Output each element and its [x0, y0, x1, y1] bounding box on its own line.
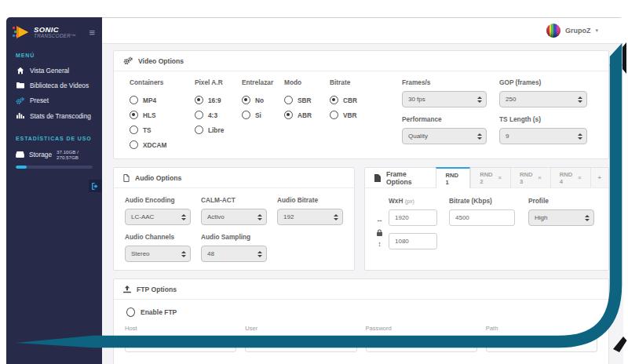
radio-abr[interactable]: ABR [284, 107, 330, 122]
width-input[interactable] [389, 209, 437, 226]
radio-option-label: ABR [298, 111, 312, 119]
select-value: 30 fps [408, 96, 425, 103]
radio-ts[interactable]: TS [130, 122, 195, 137]
profile-select[interactable]: High [528, 209, 594, 226]
select-audio-bitrate[interactable]: 192 [277, 209, 343, 225]
tab-rnd-1[interactable]: RND 1 [436, 167, 470, 188]
field-performance: PerformanceQuality [402, 115, 487, 144]
radio-4-3[interactable]: 4:3 [195, 107, 242, 122]
select-audio-encoding[interactable]: LC-AAC [125, 209, 191, 225]
radio-circle [130, 96, 138, 104]
enable-ftp-radio[interactable]: Enable FTP [126, 308, 597, 317]
radio-option-label: HLS [143, 111, 156, 119]
radio-circle [130, 111, 138, 119]
field-label: Path [486, 325, 597, 332]
video-options-body: ContainersMP4HLSTSXDCAMPixel A.R16:94:3L… [114, 71, 608, 158]
sidebar-item-biblioteca-de-videos[interactable]: Biblioteca de Videos [6, 78, 102, 93]
radio-hls[interactable]: HLS [130, 107, 195, 122]
select-audio-channels[interactable]: Stereo [125, 246, 191, 262]
radio-group-bitrate: BitrateCBRVBR [330, 78, 378, 152]
radio-group-label: Bitrate [330, 78, 378, 86]
stepper-arrows-icon [181, 251, 186, 257]
wxh-column: WxH (px) [389, 197, 437, 252]
stepper-arrows-icon [477, 133, 482, 140]
radio-option-label: CBR [343, 96, 357, 104]
tab-label: RND 4 [560, 171, 574, 185]
tab-rnd-3[interactable]: RND 3× [510, 168, 550, 187]
file-icon [374, 174, 381, 182]
wxh-unit: (px) [405, 198, 414, 204]
radio-16-9[interactable]: 16:9 [195, 93, 242, 107]
brand-name: SONIC TRANSCODER™ [34, 26, 76, 39]
select-audio-sampling[interactable]: 48 [201, 246, 267, 262]
radio-group-label: Containers [130, 78, 195, 86]
radio-no[interactable]: No [242, 93, 284, 107]
home-icon [16, 67, 24, 75]
enable-ftp-label: Enable FTP [141, 308, 177, 316]
radio-sbr[interactable]: SBR [284, 93, 330, 107]
storage-value: 37.10GB / 270.57GB [57, 149, 93, 160]
ftp-fields: HostUserPasswordPath [125, 325, 597, 352]
radio-circle [195, 126, 203, 134]
radio-vbr[interactable]: VBR [330, 107, 378, 122]
frame-options-card: Frame Options RND 1RND 2×RND 3×RND 4×+ ↔… [364, 167, 609, 271]
frame-options-header: Frame Options RND 1RND 2×RND 3×RND 4×+ [365, 168, 608, 188]
document-icon [123, 174, 130, 182]
select-label: Audio Bitrate [277, 196, 343, 204]
stepper-arrows-icon [477, 96, 482, 103]
radio-group-containers: ContainersMP4HLSTSXDCAM [130, 78, 195, 152]
storage-label: Storage [29, 151, 52, 158]
sidebar-item-stats-de-transcoding[interactable]: Stats de Transcoding [6, 108, 102, 123]
video-selects: Frames/s30 fpsGOP (frames)250Performance… [402, 78, 587, 152]
select-performance[interactable]: Quality [402, 128, 487, 144]
content-area: Video Options ContainersMP4HLSTSXDCAMPix… [102, 44, 623, 364]
input-host[interactable] [125, 336, 236, 352]
select-label: GOP (frames) [499, 78, 587, 86]
radio-circle [195, 96, 203, 104]
video-radio-groups: ContainersMP4HLSTSXDCAMPixel A.R16:94:3L… [130, 78, 378, 152]
input-password[interactable] [366, 336, 477, 352]
radio-mp4[interactable]: MP4 [130, 93, 195, 107]
close-icon[interactable]: × [578, 174, 581, 181]
sidebar-item-vista-general[interactable]: Vista General [6, 63, 102, 78]
middle-row: Audio Options Audio EncodingLC-AACCALM-A… [113, 167, 609, 278]
radio-xdcam[interactable]: XDCAM [130, 137, 195, 152]
height-input[interactable] [389, 233, 437, 249]
video-options-card: Video Options ContainersMP4HLSTSXDCAMPix… [113, 50, 609, 159]
radio-libre[interactable]: Libre [195, 122, 242, 137]
input-user[interactable] [245, 336, 356, 352]
tab-rnd-4[interactable]: RND 4× [550, 168, 590, 187]
select-calm-act[interactable]: Activo [201, 209, 267, 225]
sidebar-item-preset[interactable]: Preset [6, 93, 102, 108]
bitrate-input[interactable] [449, 209, 515, 226]
user-menu[interactable]: GrupoZ ▾ [546, 24, 598, 38]
select-frames-s[interactable]: 30 fps [402, 91, 487, 107]
select-value: High [535, 214, 547, 221]
radio-cbr[interactable]: CBR [330, 93, 378, 107]
horizontal-resize-icon: ↔ [376, 213, 383, 228]
field-password: Password [366, 325, 477, 352]
collapse-sidebar-button[interactable] [89, 180, 102, 192]
hamburger-menu-icon[interactable]: ≡ [89, 27, 95, 38]
lock-aspect-icon[interactable] [377, 228, 382, 237]
close-icon[interactable]: × [498, 174, 502, 181]
audio-options-body: Audio EncodingLC-AACCALM-ACTActivoAudio … [114, 188, 354, 270]
select-ts-length-s[interactable]: 9 [499, 128, 587, 144]
radio-option-label: 4:3 [208, 111, 217, 119]
brand-header: SONIC TRANSCODER™ ≡ [6, 17, 102, 39]
select-label: Audio Sampling [201, 233, 267, 241]
select-gop-frames[interactable]: 250 [499, 91, 587, 107]
radio-circle [284, 96, 293, 104]
input-path[interactable] [486, 336, 597, 352]
chart-icon [16, 112, 24, 119]
add-tab-button[interactable]: + [590, 168, 608, 187]
gears-icon [123, 56, 133, 65]
radio-si[interactable]: Si [242, 107, 284, 122]
field-label: Password [366, 325, 477, 332]
radio-option-label: MP4 [143, 96, 156, 104]
main-area: GrupoZ ▾ Video Options ContainersMP4HLST… [102, 17, 623, 364]
close-icon[interactable]: × [538, 174, 541, 181]
storage-progress-fill [16, 166, 27, 169]
tab-rnd-2[interactable]: RND 2× [470, 168, 510, 187]
field-audio-bitrate: Audio Bitrate192 [277, 196, 343, 225]
